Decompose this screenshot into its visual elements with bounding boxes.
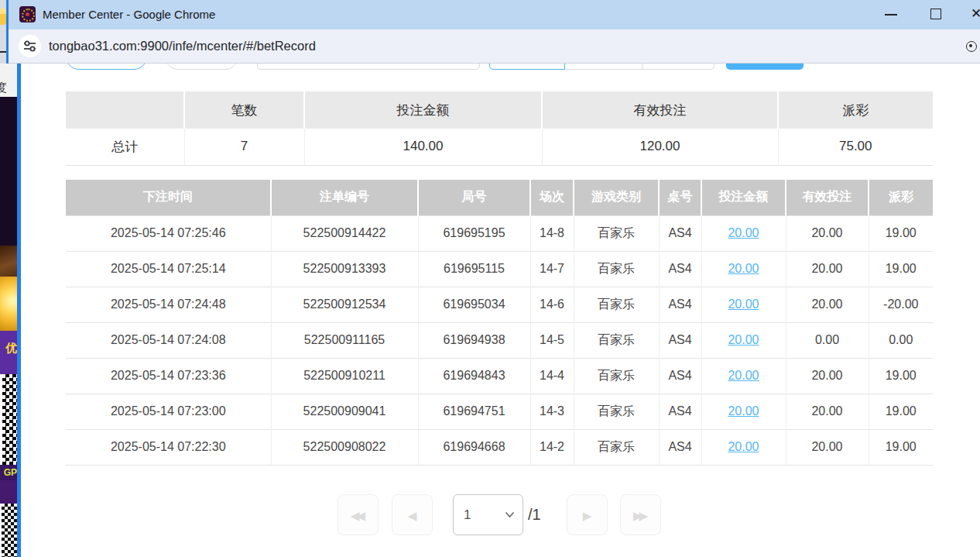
background-window-strip: 度 bbox=[0, 64, 17, 97]
table-row: 2025-05-14 07:25:46522500914422619695195… bbox=[66, 215, 933, 251]
site-favicon-icon bbox=[19, 6, 36, 22]
cell-session: 14-3 bbox=[530, 394, 574, 429]
filter-segment[interactable] bbox=[642, 64, 714, 70]
page-total-label: /1 bbox=[528, 494, 564, 535]
pagination-last-button[interactable]: ▶▶ bbox=[620, 494, 661, 535]
cell-bet-amount: 20.00 bbox=[701, 429, 786, 465]
cell-round-id: 619694751 bbox=[418, 394, 530, 429]
cell-round-id: 619694938 bbox=[418, 322, 530, 358]
maximize-button[interactable] bbox=[924, 0, 947, 26]
qr-code-fragment bbox=[0, 374, 17, 465]
cell-valid-bet: 20.00 bbox=[786, 215, 869, 251]
summary-header-payout: 派彩 bbox=[778, 91, 933, 129]
cell-payout: -20.00 bbox=[869, 287, 933, 322]
close-button[interactable]: ✕ bbox=[965, 0, 980, 26]
cell-bet-time: 2025-05-14 07:23:36 bbox=[66, 358, 271, 394]
cell-order-id: 522500913393 bbox=[271, 251, 418, 287]
page-content: 笔数 投注金额 有效投注 派彩 总计 7 140.00 120.00 75.00… bbox=[21, 64, 980, 557]
cell-round-id: 619695115 bbox=[418, 251, 530, 287]
cell-payout: 19.00 bbox=[869, 215, 933, 251]
pagination-first-button[interactable]: ◀◀ bbox=[338, 494, 379, 535]
background-image-fragment bbox=[0, 246, 17, 277]
summary-total-bet-amount: 140.00 bbox=[304, 129, 542, 165]
cell-table-id: AS4 bbox=[659, 394, 701, 429]
cell-round-id: 619695034 bbox=[418, 287, 530, 322]
cell-table-id: AS4 bbox=[659, 215, 701, 251]
bet-amount-link[interactable]: 20.00 bbox=[728, 333, 759, 346]
header-bet-time: 下注时间 bbox=[66, 180, 271, 215]
target-icon[interactable] bbox=[966, 41, 977, 52]
url-text[interactable]: tongbao31.com:9900/infe/mcenter/#/betRec… bbox=[49, 29, 316, 63]
cell-bet-time: 2025-05-14 07:23:00 bbox=[66, 394, 271, 429]
cell-game-type: 百家乐 bbox=[574, 394, 659, 429]
summary-header-valid-bet: 有效投注 bbox=[542, 91, 778, 129]
bet-amount-link[interactable]: 20.00 bbox=[728, 404, 759, 418]
filter-input[interactable] bbox=[257, 64, 480, 70]
cell-bet-amount: 20.00 bbox=[701, 215, 786, 251]
summary-total-payout: 75.00 bbox=[778, 129, 933, 165]
minimize-icon bbox=[885, 14, 897, 15]
header-round-id: 局号 bbox=[418, 180, 530, 215]
bet-table-body: 2025-05-14 07:25:46522500914422619695195… bbox=[66, 215, 933, 465]
bet-amount-link[interactable]: 20.00 bbox=[728, 297, 759, 311]
cell-bet-amount: 20.00 bbox=[701, 322, 786, 358]
cell-bet-amount: 20.00 bbox=[701, 394, 786, 429]
bet-amount-link[interactable]: 20.00 bbox=[728, 262, 759, 275]
cell-table-id: AS4 bbox=[659, 358, 701, 394]
cell-payout: 19.00 bbox=[869, 251, 933, 287]
chevron-down-icon bbox=[505, 511, 515, 518]
titlebar: Member Center - Google Chrome ✕ bbox=[9, 0, 980, 29]
header-session: 场次 bbox=[530, 180, 574, 215]
cell-game-type: 百家乐 bbox=[574, 287, 659, 322]
header-valid-bet: 有效投注 bbox=[786, 180, 869, 215]
background-cut-text: 优 bbox=[0, 341, 17, 359]
filter-button-outline-blue[interactable] bbox=[66, 64, 147, 70]
summary-header-row: 笔数 投注金额 有效投注 派彩 bbox=[66, 91, 933, 129]
header-table-id: 桌号 bbox=[659, 180, 701, 215]
header-game-type: 游戏类别 bbox=[574, 180, 659, 215]
cell-order-id: 522500912534 bbox=[271, 287, 418, 322]
qr-code-fragment bbox=[0, 504, 17, 557]
tune-icon[interactable] bbox=[19, 35, 41, 57]
bet-amount-link[interactable]: 20.00 bbox=[728, 369, 759, 382]
background-gold-coin-fragment bbox=[0, 277, 17, 331]
cell-valid-bet: 0.00 bbox=[786, 322, 869, 358]
cell-session: 14-7 bbox=[530, 251, 574, 287]
pagination-prev-button[interactable]: ◀ bbox=[392, 494, 433, 535]
cell-bet-time: 2025-05-14 07:25:46 bbox=[66, 215, 271, 251]
cell-session: 14-4 bbox=[530, 358, 574, 394]
filter-segment-selected[interactable] bbox=[489, 64, 565, 70]
table-row: 2025-05-14 07:22:30522500908022619694668… bbox=[66, 429, 933, 465]
bet-amount-link[interactable]: 20.00 bbox=[728, 440, 759, 453]
cell-bet-time: 2025-05-14 07:25:14 bbox=[66, 251, 271, 287]
cell-bet-time: 2025-05-14 07:22:30 bbox=[66, 429, 271, 465]
minimize-button[interactable] bbox=[879, 0, 903, 26]
cell-payout: 19.00 bbox=[869, 429, 933, 465]
background-cut-text: GP bbox=[0, 465, 17, 480]
filter-button-outline-gray[interactable] bbox=[165, 64, 238, 70]
page-select-value: 1 bbox=[464, 495, 471, 535]
cell-valid-bet: 20.00 bbox=[786, 251, 869, 287]
cell-order-id: 522500910211 bbox=[271, 358, 418, 394]
cell-order-id: 522500911165 bbox=[271, 322, 418, 358]
bet-table-header-row: 下注时间 注单编号 局号 场次 游戏类别 桌号 投注金额 有效投注 派彩 bbox=[66, 180, 933, 215]
background-cut-text: 度 bbox=[0, 81, 7, 95]
search-button[interactable] bbox=[726, 64, 804, 70]
filter-segment[interactable] bbox=[565, 64, 642, 70]
cell-bet-amount: 20.00 bbox=[701, 251, 786, 287]
summary-header-blank bbox=[66, 91, 184, 129]
cell-table-id: AS4 bbox=[659, 429, 701, 465]
bet-amount-link[interactable]: 20.00 bbox=[728, 226, 759, 239]
cell-order-id: 522500908022 bbox=[271, 429, 418, 465]
cell-game-type: 百家乐 bbox=[574, 322, 659, 358]
summary-total-valid-bet: 120.00 bbox=[542, 129, 778, 165]
cell-bet-time: 2025-05-14 07:24:48 bbox=[66, 287, 271, 322]
background-window-strip: 优 GP bbox=[0, 97, 17, 557]
cell-bet-amount: 20.00 bbox=[701, 358, 786, 394]
table-row: 2025-05-14 07:24:08522500911165619694938… bbox=[66, 322, 933, 358]
pagination-next-button[interactable]: ▶ bbox=[567, 494, 608, 535]
cell-payout: 0.00 bbox=[869, 322, 933, 358]
header-payout: 派彩 bbox=[869, 180, 933, 215]
cell-session: 14-6 bbox=[530, 287, 574, 322]
page-select[interactable]: 1 bbox=[453, 494, 523, 535]
